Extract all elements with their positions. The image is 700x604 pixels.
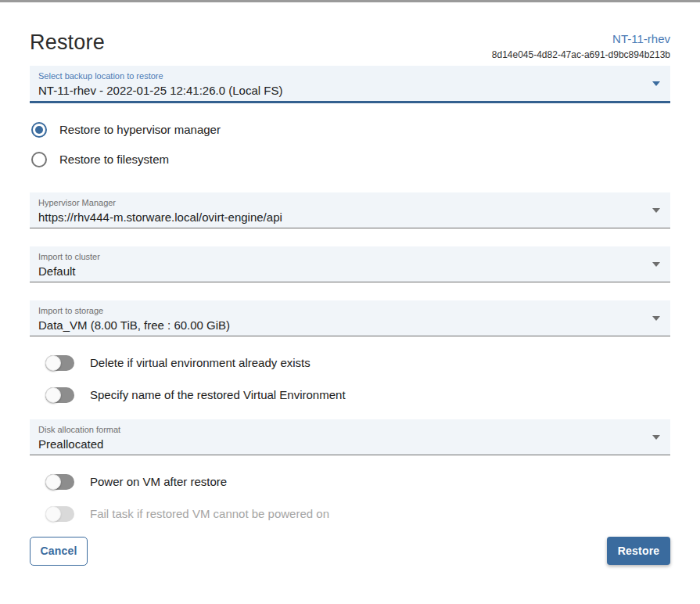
hypervisor-manager-label: Hypervisor Manager	[38, 198, 644, 208]
radio-unselected-icon[interactable]	[31, 152, 47, 167]
dialog-actions: Cancel Restore	[30, 537, 670, 566]
toggle-label: Fail task if restored VM cannot be power…	[90, 507, 329, 520]
switch-off-icon[interactable]	[45, 355, 74, 371]
restore-target-radio-group: Restore to hypervisor manager Restore to…	[30, 115, 670, 174]
dialog-header: Restore NT-11-rhev 8d14e045-4d82-47ac-a6…	[30, 31, 670, 60]
disk-allocation-label: Disk allocation format	[38, 425, 644, 435]
import-storage-select[interactable]: Import to storage Data_VM (8.00 TiB, fre…	[30, 300, 670, 336]
radio-label: Restore to hypervisor manager	[59, 123, 221, 136]
toggle-label: Delete if virtual environment already ex…	[90, 356, 311, 369]
import-storage-value: Data_VM (8.00 TiB, free : 60.00 GiB)	[38, 318, 644, 333]
import-cluster-value: Default	[38, 264, 644, 279]
page-title: Restore	[30, 31, 105, 55]
radio-label: Restore to filesystem	[59, 153, 169, 166]
toggle-delete-existing[interactable]: Delete if virtual environment already ex…	[45, 355, 670, 371]
switch-off-icon[interactable]	[45, 387, 74, 403]
backup-location-select[interactable]: Select backup location to restore NT-11-…	[30, 66, 670, 103]
toggle-fail-task: Fail task if restored VM cannot be power…	[45, 506, 670, 522]
vm-uuid: 8d14e045-4d82-47ac-a691-d9bc894b213b	[492, 49, 670, 60]
radio-restore-to-hypervisor[interactable]: Restore to hypervisor manager	[30, 115, 670, 145]
restore-button[interactable]: Restore	[607, 537, 670, 565]
toggle-label: Power on VM after restore	[90, 475, 227, 488]
switch-off-icon[interactable]	[45, 474, 74, 490]
import-cluster-label: Import to cluster	[38, 252, 644, 262]
import-cluster-select[interactable]: Import to cluster Default	[30, 246, 670, 282]
toggle-power-on[interactable]: Power on VM after restore	[45, 474, 670, 490]
chevron-down-icon[interactable]	[652, 316, 660, 321]
backup-location-value: NT-11-rhev - 2022-01-25 12:41:26.0 (Loca…	[38, 83, 644, 98]
vm-name: NT-11-rhev	[492, 32, 670, 47]
hypervisor-manager-select[interactable]: Hypervisor Manager https://rhv444-m.stor…	[30, 192, 670, 228]
toggle-label: Specify name of the restored Virtual Env…	[90, 388, 346, 401]
chevron-down-icon[interactable]	[652, 435, 660, 440]
chevron-down-icon[interactable]	[652, 81, 660, 86]
vm-identity: NT-11-rhev 8d14e045-4d82-47ac-a691-d9bc8…	[492, 31, 670, 60]
cancel-button[interactable]: Cancel	[30, 537, 88, 566]
window-top-border	[0, 0, 700, 2]
backup-location-label: Select backup location to restore	[38, 71, 644, 81]
disk-allocation-select[interactable]: Disk allocation format Preallocated	[30, 419, 670, 455]
hypervisor-manager-value: https://rhv444-m.storware.local/ovirt-en…	[38, 210, 644, 225]
disk-allocation-value: Preallocated	[38, 437, 644, 451]
switch-off-disabled-icon	[45, 506, 74, 522]
restore-dialog: Restore NT-11-rhev 8d14e045-4d82-47ac-a6…	[0, 31, 700, 566]
chevron-down-icon[interactable]	[652, 208, 660, 213]
chevron-down-icon[interactable]	[652, 262, 660, 267]
radio-restore-to-filesystem[interactable]: Restore to filesystem	[30, 145, 670, 174]
import-storage-label: Import to storage	[38, 306, 644, 316]
toggle-specify-name[interactable]: Specify name of the restored Virtual Env…	[45, 387, 670, 403]
radio-selected-icon[interactable]	[31, 122, 47, 138]
